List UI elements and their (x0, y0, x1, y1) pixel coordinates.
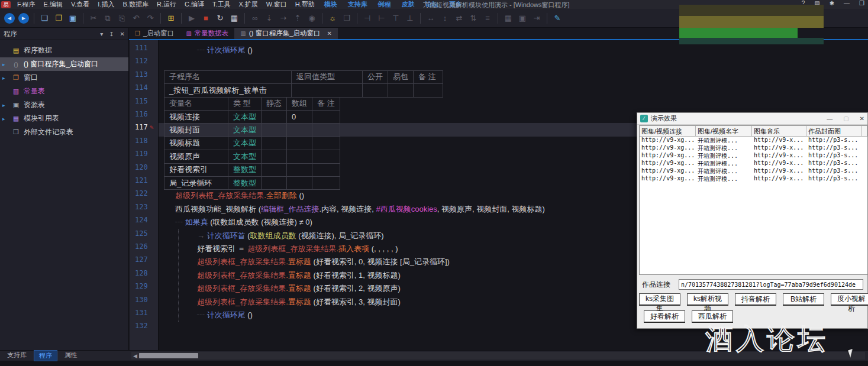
table-cell[interactable]: 视频连接 (164, 110, 228, 123)
code-line[interactable]: 超级列表框_存放采集结果.置标题 (好看视索引, 2, 视频原声) (197, 282, 401, 295)
align-top-icon[interactable]: ⊤ (389, 12, 402, 25)
result-listview[interactable]: 图集/视频连接图集/视频名字图集音乐作品封面图 http://v9-xg...开… (639, 125, 868, 275)
plugin-menu-item[interactable]: 例程 (373, 0, 396, 9)
breakpoint-icon[interactable]: ◉ (305, 12, 318, 25)
table-cell[interactable]: 文本型 (228, 137, 262, 150)
redo-icon[interactable]: ↷ (144, 12, 157, 25)
parse-button[interactable]: 抖音解析 (735, 293, 776, 306)
same-width-icon[interactable]: ↔ (424, 12, 437, 25)
menu-item[interactable]: V.查看 (67, 1, 93, 8)
step-out-icon[interactable]: ⇡ (291, 12, 304, 25)
listview-column-header[interactable]: 图集音乐 (752, 126, 806, 137)
format-brush-icon[interactable]: ✎ (551, 12, 564, 25)
editor-table[interactable]: 子程序名返回值类型公开易包备 注_按钮_西瓜视频解析_被单击 (164, 70, 443, 98)
paste-icon[interactable]: ⎘ (115, 12, 128, 25)
listview-row[interactable]: http://v9-xg...开箱测评模...http://v9-x...htt… (640, 144, 867, 152)
table-cell[interactable] (262, 150, 287, 163)
table-cell[interactable] (262, 137, 287, 150)
expander-icon[interactable]: ▸ (2, 116, 11, 122)
table-cell[interactable] (287, 176, 312, 189)
listview-row[interactable]: http://v9-xg...开箱测评模...http://v9-x...htt… (640, 167, 867, 175)
table-cell[interactable]: 文本型 (228, 150, 262, 163)
snippet-icon[interactable]: ❒ (340, 12, 353, 25)
table-cell[interactable] (262, 124, 287, 137)
listview-row[interactable]: http://v9-xg...开箱测评模...http://v9-x...htt… (640, 175, 867, 183)
sidebar-item[interactable]: ▸()() 窗口程序集_启动窗口 (0, 57, 128, 71)
add-form-icon[interactable]: ⊞ (164, 12, 178, 25)
stop-icon[interactable]: ■ (199, 12, 212, 25)
table-cell[interactable] (312, 137, 340, 150)
parse-button[interactable]: ks采集图集 (639, 293, 680, 306)
code-line[interactable]: 西瓜视频功能_视频解析 (编辑框_作品连接.内容, 视频连接, #西瓜视频coo… (175, 203, 545, 216)
listview-row[interactable]: http://v9-xg...开箱测评模...http://v9-x...htt… (640, 152, 867, 160)
restart-icon[interactable]: ↻ (214, 12, 227, 25)
bottom-panel-tab[interactable]: 支持库 (2, 350, 31, 361)
table-cell[interactable] (262, 176, 287, 189)
table-cell[interactable] (312, 163, 340, 176)
table-cell[interactable] (414, 84, 443, 97)
menu-item[interactable]: C.编译 (180, 1, 208, 8)
table-cell[interactable]: 文本型 (228, 110, 262, 123)
table-cell[interactable] (287, 124, 312, 137)
menu-item[interactable]: E.编辑 (40, 1, 67, 8)
table-cell[interactable] (287, 137, 312, 150)
table-cell[interactable]: 好看视索引 (164, 163, 228, 176)
menu-item[interactable]: W.窗口 (262, 1, 291, 8)
back-icon[interactable]: ◄ (4, 13, 15, 24)
compile-icon[interactable]: ▦ (228, 12, 241, 25)
menu-item[interactable]: F.程序 (13, 1, 40, 8)
parse-button[interactable]: ks解析视频 (687, 293, 728, 306)
minimize-icon[interactable]: — (844, 0, 850, 7)
align-bottom-icon[interactable]: ⊥ (404, 12, 417, 25)
expander-icon[interactable]: ▸ (2, 102, 11, 108)
plugin-menu-item[interactable]: 皮肤 (396, 0, 420, 9)
table-cell[interactable]: 视频封面 (164, 124, 228, 137)
listview-row[interactable]: http://v9-xg...开箱测评模...http://v9-x...htt… (640, 160, 867, 167)
restore-icon[interactable]: ❐ (859, 0, 864, 7)
same-height-icon[interactable]: ↕ (438, 12, 451, 25)
tip-bulb-icon[interactable]: ☼ (326, 12, 339, 25)
listview-header[interactable]: 图集/视频连接图集/视频名字图集音乐作品封面图 (640, 126, 867, 137)
table-cell[interactable]: 局_记录循环 (164, 176, 228, 189)
table-cell[interactable] (312, 176, 340, 189)
demo-title-bar[interactable]: ⁄ 演示效果 —▢✕ (637, 113, 867, 125)
code-line[interactable]: 超级列表框_存放采集结果.全部删除 () (175, 189, 304, 202)
code-line[interactable]: 好看视索引 ＝ 超级列表框_存放采集结果.插入表项 (, , , , , ) (197, 242, 398, 255)
sidebar-item[interactable]: ▤程序数据 (0, 44, 128, 57)
copy-icon[interactable]: ⧉ (101, 12, 114, 25)
code-line[interactable]: ┄ 计次循环尾 () (197, 309, 253, 322)
table-cell[interactable] (262, 163, 287, 176)
menu-item[interactable]: R.运行 (153, 1, 180, 8)
sidebar-item[interactable]: ▸❐窗口 (0, 71, 128, 85)
editor-tab[interactable]: ▥() 窗口程序集_启动窗口✕ (234, 28, 338, 39)
listview-column-header[interactable]: 图集/视频名字 (696, 126, 752, 137)
bottom-panel-tab[interactable]: 程序 (34, 350, 57, 361)
space-evenly-icon[interactable]: ≡ (481, 12, 494, 25)
close-icon[interactable]: ✕ (120, 31, 125, 37)
editor-table[interactable]: 变量名类 型静态数组备 注视频连接文本型0视频封面文本型视频标题文本型视频原声文… (164, 97, 340, 190)
table-cell[interactable]: 文本型 (228, 124, 262, 137)
table-cell[interactable] (262, 110, 287, 123)
table-cell[interactable]: 整数型 (228, 176, 262, 189)
tab-close-icon[interactable]: ✕ (327, 30, 332, 37)
tab-order-icon[interactable]: ⇥ (530, 12, 543, 25)
code-line[interactable]: → 计次循环首 (取数组成员数 (视频连接), 局_记录循环) (197, 229, 384, 242)
menu-item[interactable]: T.工具 (208, 1, 235, 8)
new-file-icon[interactable]: ❏ (38, 12, 51, 25)
align-right-icon[interactable]: ⊢ (375, 12, 388, 25)
center-horizontal-icon[interactable]: ⇄ (453, 12, 466, 25)
code-line[interactable]: 超级列表框_存放采集结果.置标题 (好看视索引, 1, 视频标题) (197, 269, 401, 282)
bottom-panel-tab[interactable]: 属性 (60, 350, 82, 361)
step-over-icon[interactable]: ⇢ (277, 12, 290, 25)
undo-icon[interactable]: ↶ (130, 12, 143, 25)
sidebar-item[interactable]: ▸▣资源表 (0, 98, 128, 112)
sidebar-item[interactable]: ▸▦模块引用表 (0, 112, 128, 125)
table-cell[interactable] (312, 110, 340, 123)
editor-tab[interactable]: ❐_启动窗口 (129, 28, 180, 39)
debug-glasses-icon[interactable]: ∞ (249, 12, 262, 25)
align-left-icon[interactable]: ⊣ (361, 12, 374, 25)
table-cell[interactable]: _按钮_西瓜视频解析_被单击 (164, 84, 292, 97)
table-cell[interactable] (312, 150, 340, 163)
pin-icon[interactable]: ↧ (109, 31, 114, 37)
menu-item[interactable]: H.帮助 (291, 1, 319, 8)
